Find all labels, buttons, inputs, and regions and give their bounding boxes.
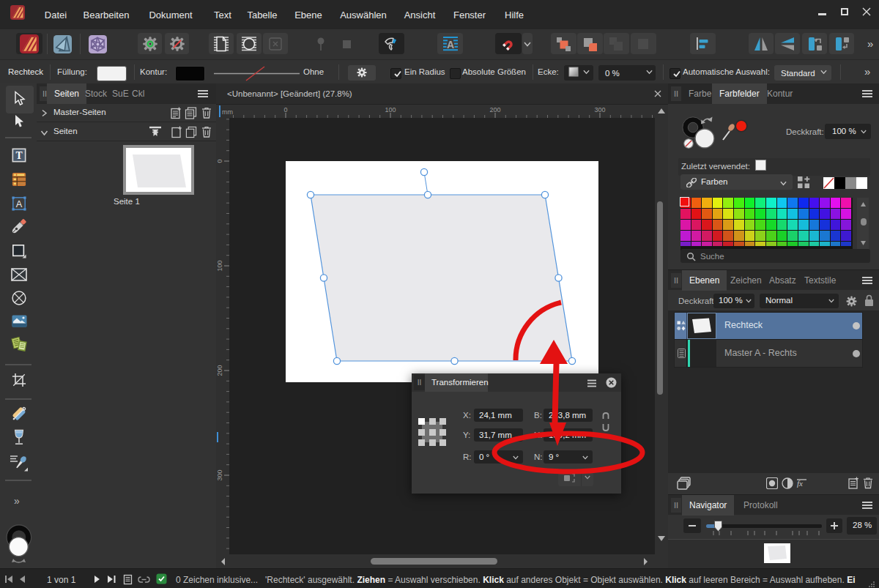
svg-text:A: A xyxy=(447,39,454,51)
svg-text:200: 200 xyxy=(489,106,500,113)
svg-text:100: 100 xyxy=(385,106,396,113)
svg-text:T: T xyxy=(15,150,22,161)
svg-text:A: A xyxy=(16,198,23,209)
svg-text:0: 0 xyxy=(216,159,223,163)
svg-text:0: 0 xyxy=(283,106,287,113)
svg-text:100: 100 xyxy=(216,260,223,271)
svg-text:300: 300 xyxy=(216,469,223,480)
svg-text:fx: fx xyxy=(797,479,803,488)
svg-text:200: 200 xyxy=(216,365,223,376)
svg-text:mm: mm xyxy=(222,108,233,116)
svg-text:300: 300 xyxy=(594,106,605,113)
